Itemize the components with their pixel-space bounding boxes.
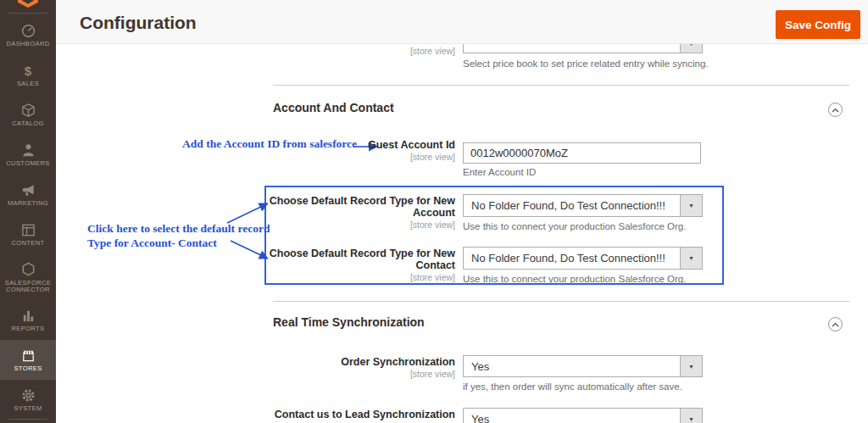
section-title-real-time-sync: Real Time Synchronization <box>273 315 425 329</box>
chevron-up-icon <box>832 322 839 327</box>
record-type-account-value: No Folder Found, Do Test Connection!!! <box>464 195 680 216</box>
dropdown-arrow-icon[interactable]: ▼ <box>680 248 702 269</box>
salesforce-connector-icon <box>19 261 36 278</box>
order-sync-select[interactable]: Yes ▼ <box>463 355 703 377</box>
sidebar-item-customers[interactable]: CUSTOMERS <box>0 135 56 175</box>
sidebar-divider <box>8 13 47 14</box>
sidebar-item-stores[interactable]: STORES <box>0 340 56 380</box>
scope-label: [store view] <box>235 153 455 162</box>
sidebar-item-salesforce-connector[interactable]: SALESFORCE CONNECTOR <box>0 254 56 300</box>
record-type-contact-value: No Folder Found, Do Test Connection!!! <box>464 248 680 269</box>
lead-sync-label-block: Contact us to Lead Synchronization [stor… <box>235 409 455 423</box>
marketing-icon <box>19 181 36 198</box>
price-book-comment: Select price book to set price related e… <box>463 58 709 69</box>
sales-icon: $ <box>19 62 36 79</box>
record-type-contact-comment: Use this to connect your production Sale… <box>463 274 686 284</box>
scope-label: [store view] <box>235 370 455 379</box>
catalog-icon <box>19 102 36 119</box>
save-config-button[interactable]: Save Config <box>776 10 860 39</box>
dropdown-arrow-icon[interactable]: ▼ <box>680 409 702 423</box>
magento-logo-icon <box>18 0 38 8</box>
collapse-realtime-section-button[interactable] <box>828 317 843 331</box>
guest-account-id-comment: Enter Account ID <box>463 167 536 177</box>
lead-sync-label: Contact us to Lead Synchronization <box>235 409 455 420</box>
sidebar-item-sales[interactable]: $ SALES <box>0 55 56 95</box>
lead-sync-value: Yes <box>464 409 680 423</box>
record-type-contact-select[interactable]: No Folder Found, Do Test Connection!!! ▼ <box>463 247 703 270</box>
section-divider <box>273 301 849 302</box>
collapse-account-section-button[interactable] <box>828 103 843 117</box>
stores-icon <box>19 347 36 364</box>
configuration-page: [store view] ▼ Select price book to set … <box>0 0 868 423</box>
reports-icon <box>19 307 36 324</box>
annotation-fork-arrows-icon <box>212 195 280 267</box>
record-type-account-select[interactable]: No Folder Found, Do Test Connection!!! ▼ <box>463 194 703 217</box>
guest-account-id-label: Guest Account Id <box>235 139 455 151</box>
sidebar-divider <box>8 419 47 420</box>
guest-account-id-label-block: Guest Account Id [store view] <box>235 139 455 162</box>
page-header: Configuration Save Config <box>56 0 868 44</box>
order-sync-label-block: Order Synchronization [store view] <box>235 356 455 379</box>
sidebar-item-reports[interactable]: REPORTS <box>0 300 56 340</box>
dropdown-arrow-icon[interactable]: ▼ <box>680 356 702 376</box>
scope-label: [store view] <box>235 47 455 56</box>
sidebar-nav: DASHBOARD $ SALES CATALOG CUSTOMERS <box>0 15 56 420</box>
system-icon <box>19 387 36 404</box>
record-type-account-comment: Use this to connect your production Sale… <box>463 221 686 231</box>
page-title: Configuration <box>80 13 197 33</box>
scope-label: [store view] <box>235 273 455 282</box>
customers-icon <box>19 142 36 159</box>
price-book-scope-block: [store view] <box>235 45 455 56</box>
magento-logo[interactable] <box>0 0 56 14</box>
lead-sync-select[interactable]: Yes ▼ <box>463 408 703 423</box>
dropdown-arrow-icon[interactable]: ▼ <box>680 195 702 216</box>
order-sync-value: Yes <box>464 356 680 376</box>
order-sync-label: Order Synchronization <box>235 356 455 368</box>
chevron-up-icon <box>832 108 839 113</box>
section-divider <box>273 85 849 86</box>
guest-account-id-field-wrap <box>463 142 701 164</box>
dashboard-icon <box>19 22 36 39</box>
sidebar-item-marketing[interactable]: MARKETING <box>0 175 56 214</box>
sidebar-item-system[interactable]: SYSTEM <box>0 380 56 420</box>
section-title-account-and-contact: Account And Contact <box>273 101 394 114</box>
guest-account-id-input[interactable] <box>463 142 701 164</box>
content-icon <box>19 221 36 238</box>
sidebar-item-dashboard[interactable]: DASHBOARD <box>0 15 56 55</box>
config-content: [store view] ▼ Select price book to set … <box>56 0 868 423</box>
order-sync-comment: if yes, then order will sync automatical… <box>463 381 682 392</box>
admin-sidebar: DASHBOARD $ SALES CATALOG CUSTOMERS <box>0 0 56 423</box>
sidebar-item-content[interactable]: CONTENT <box>0 214 56 254</box>
sidebar-item-catalog[interactable]: CATALOG <box>0 95 56 135</box>
